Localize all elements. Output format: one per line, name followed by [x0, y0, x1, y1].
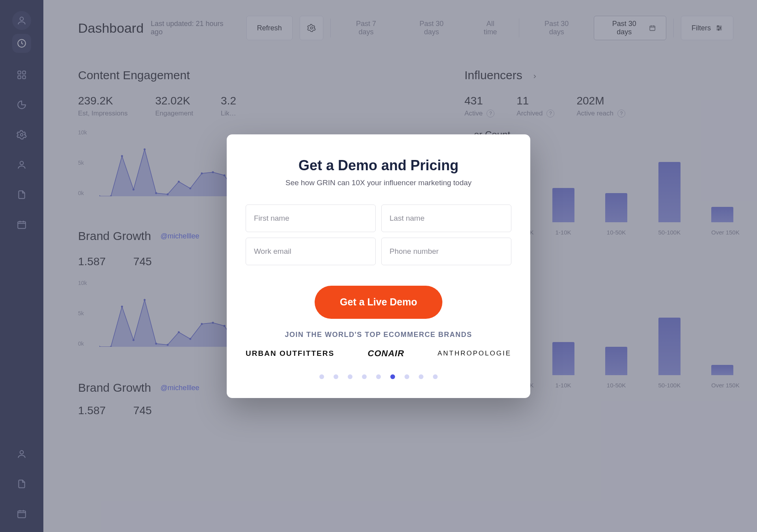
logo-anthropologie: ANTHROPOLOGIE — [438, 350, 511, 357]
carousel-dot[interactable] — [319, 374, 324, 379]
phone-input[interactable] — [381, 238, 511, 265]
demo-form — [246, 205, 511, 265]
logo-conair: CONAIR — [368, 348, 405, 359]
modal-title: Get a Demo and Pricing — [246, 157, 511, 174]
email-input[interactable] — [246, 238, 376, 265]
last-name-input[interactable] — [381, 205, 511, 232]
first-name-input[interactable] — [246, 205, 376, 232]
modal-tagline: JOIN THE WORLD'S TOP ECOMMERCE BRANDS — [246, 331, 511, 339]
demo-modal: Get a Demo and Pricing See how GRIN can … — [227, 134, 530, 398]
carousel-dot[interactable] — [376, 374, 381, 379]
modal-overlay[interactable]: Get a Demo and Pricing See how GRIN can … — [0, 0, 757, 532]
carousel-dot[interactable] — [433, 374, 438, 379]
carousel-dot[interactable] — [405, 374, 409, 379]
carousel-dot-active[interactable] — [390, 374, 395, 379]
brand-logos: URBAN OUTFITTERS CONAIR ANTHROPOLOGIE — [246, 348, 511, 359]
carousel-dot[interactable] — [334, 374, 338, 379]
modal-subtitle: See how GRIN can 10X your influencer mar… — [246, 179, 511, 187]
carousel-dot[interactable] — [419, 374, 423, 379]
carousel-dot[interactable] — [362, 374, 367, 379]
carousel-dots — [246, 374, 511, 379]
carousel-dot[interactable] — [348, 374, 352, 379]
logo-urban-outfitters: URBAN OUTFITTERS — [246, 349, 334, 358]
get-demo-button[interactable]: Get a Live Demo — [315, 286, 442, 319]
